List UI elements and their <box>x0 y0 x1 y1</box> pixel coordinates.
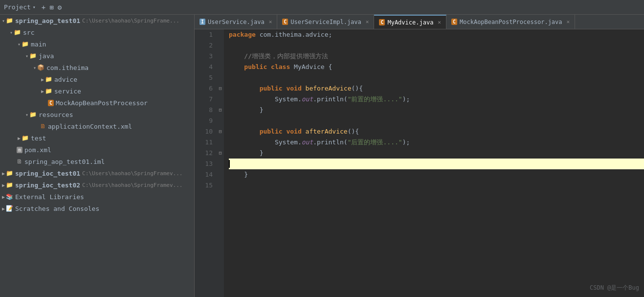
resources-label: resources <box>39 111 73 118</box>
pom-icon: m <box>17 147 22 153</box>
project-label-aop: spring_aop_test01 <box>15 17 80 24</box>
code-line-3: //增强类，内部提供增强方法 <box>229 51 644 62</box>
advice-label: advice <box>54 76 77 83</box>
fold-4 <box>217 62 224 72</box>
folder-icon-main: 📁 <box>22 41 29 47</box>
code-line-13[interactable] <box>229 159 644 169</box>
code-line-5 <box>229 72 644 83</box>
ln-2: 2 <box>195 40 213 51</box>
ln-15: 15 <box>195 180 213 191</box>
ln-1: 1 <box>195 29 213 40</box>
tree-item-iml[interactable]: 🗎 spring_aop_test01.iml <box>0 156 194 167</box>
tree-item-scratches[interactable]: ▶ 📝 Scratches and Consoles <box>0 203 194 214</box>
tab-mockaop[interactable]: C MockAopBeanPostProcessor.java ✕ <box>446 15 575 29</box>
ioc02-label: spring_ioc_test02 <box>15 182 80 189</box>
fold-10[interactable]: ⊟ <box>217 126 224 137</box>
scratches-label: Scratches and Consoles <box>15 205 99 212</box>
settings-icon[interactable]: ⚙ <box>58 3 62 11</box>
tab-myadvice[interactable]: C MyAdvice.java ✕ <box>374 15 446 29</box>
editor-content[interactable]: 1 2 3 4 5 6 7 8 9 10 11 12 13 14 15 <box>195 29 644 297</box>
package-icon: 📦 <box>37 64 44 71</box>
tree-item-pom[interactable]: m pom.xml <box>0 144 194 156</box>
system-7: System. <box>275 94 302 105</box>
iml-label: spring_aop_test01.iml <box>24 158 105 165</box>
indent-6 <box>229 83 260 94</box>
tree-item-test[interactable]: ▶ 📁 test <box>0 132 194 144</box>
fold-8[interactable]: ⊟ <box>217 105 224 115</box>
fold-6[interactable]: ⊟ <box>217 83 224 94</box>
sp-10 <box>283 126 287 137</box>
project-dropdown-arrow[interactable]: ▾ <box>33 4 36 10</box>
out-11: out <box>302 137 313 148</box>
ln-6: 6 <box>195 83 213 94</box>
ext-libs-label: External Libraries <box>15 193 84 201</box>
code-area[interactable]: package com.itheima.advice; //增强类，内部提供增强… <box>224 29 644 297</box>
iml-icon: 🗎 <box>17 158 22 165</box>
fold-14 <box>217 169 224 180</box>
fold-3 <box>217 51 224 62</box>
tab-close-us[interactable]: ✕ <box>269 19 272 25</box>
tab-userservice[interactable]: I UserService.java ✕ <box>195 15 277 29</box>
class-icon-usi: C <box>282 19 288 25</box>
tree-item-mockaop[interactable]: C MockAopBeanPostProcessor <box>0 97 194 109</box>
out-7: out <box>302 94 313 105</box>
tab-userserviceimpl[interactable]: C UserServiceImpl.java ✕ <box>277 15 374 29</box>
expand-arrow-test: ▶ <box>18 136 21 141</box>
ln-12: 12 <box>195 148 213 159</box>
tree-item-src[interactable]: ▾ 📁 src <box>0 26 194 38</box>
text-cursor <box>229 160 230 168</box>
indent-12 <box>229 148 260 159</box>
code-line-8: } <box>229 105 644 115</box>
ln-13: 13 <box>195 159 213 169</box>
tree-item-appcontext[interactable]: 🗎 applicationContext.xml <box>0 120 194 132</box>
comment-3: //增强类，内部提供增强方法 <box>229 51 328 62</box>
tree-item-ioc-test02[interactable]: ▶ 📁 spring_ioc_test02 C:\Users\haohao\Sp… <box>0 179 194 191</box>
code-line-1: package com.itheima.advice; <box>229 29 644 40</box>
str-11: "后置的增强...." <box>348 137 402 148</box>
code-line-2 <box>229 40 644 51</box>
tree-item-ioc-test01[interactable]: ▶ 📁 spring_ioc_test01 C:\Users\haohao\Sp… <box>0 167 194 179</box>
tab-close-mabp[interactable]: ✕ <box>567 19 570 25</box>
close-7: ); <box>402 94 410 105</box>
tree-item-advice[interactable]: ▶ 📁 advice <box>0 73 194 85</box>
watermark: CSDN @是一个Bug <box>590 284 639 292</box>
kw-void-10: void <box>286 126 301 137</box>
fold-9 <box>217 115 224 126</box>
tree-item-java[interactable]: ▾ 📁 java <box>0 50 194 62</box>
indent-10 <box>229 126 260 137</box>
test-label: test <box>31 135 46 142</box>
kw-public-4: public <box>244 62 267 72</box>
expand-arrow-scratches: ▶ <box>2 206 5 211</box>
tree-item-com-itheima[interactable]: ▾ 📦 com.itheima <box>0 62 194 73</box>
indent-11 <box>229 137 275 148</box>
tree-item-resources[interactable]: ▾ 📁 resources <box>0 109 194 120</box>
indent-4 <box>229 62 244 72</box>
tree-item-spring-aop-test01[interactable]: ▾ 📁 spring_aop_test01 C:\Users\haohao\Sp… <box>0 15 194 26</box>
tree-item-main[interactable]: ▾ 📁 main <box>0 38 194 50</box>
code-line-11: System. out .println( "后置的增强...." ); <box>229 137 644 148</box>
title-bar: Project ▾ + ⊞ ⚙ <box>0 0 644 15</box>
interface-icon-us: I <box>200 19 205 25</box>
fold-gutter: ⊟ ⊟ ⊟ ⊟ <box>217 29 224 297</box>
tab-close-usi[interactable]: ✕ <box>366 19 369 25</box>
xml-icon: 🗎 <box>40 123 46 130</box>
tab-close-ma[interactable]: ✕ <box>438 19 441 25</box>
class-icon-ma: C <box>379 19 385 25</box>
sp2 <box>290 62 294 72</box>
fold-12[interactable]: ⊟ <box>217 148 224 159</box>
layout-icon[interactable]: ⊞ <box>49 3 53 11</box>
println-11: .println( <box>313 137 347 148</box>
pom-label: pom.xml <box>24 146 51 154</box>
indent-14 <box>229 169 244 180</box>
code-line-12: } <box>229 148 644 159</box>
tree-item-service[interactable]: ▶ 📁 service <box>0 85 194 97</box>
tree-item-ext-libs[interactable]: ▶ 📚 External Libraries <box>0 191 194 203</box>
editor-wrapper: I UserService.java ✕ C UserServiceImpl.j… <box>195 15 644 297</box>
println-7: .println( <box>313 94 347 105</box>
expand-arrow-java: ▾ <box>25 53 28 59</box>
folder-icon-advice: 📁 <box>45 76 52 83</box>
sp2-6 <box>302 83 306 94</box>
tab-label-ma: MyAdvice.java <box>387 19 433 26</box>
add-icon[interactable]: + <box>42 3 45 11</box>
ln-5: 5 <box>195 72 213 83</box>
